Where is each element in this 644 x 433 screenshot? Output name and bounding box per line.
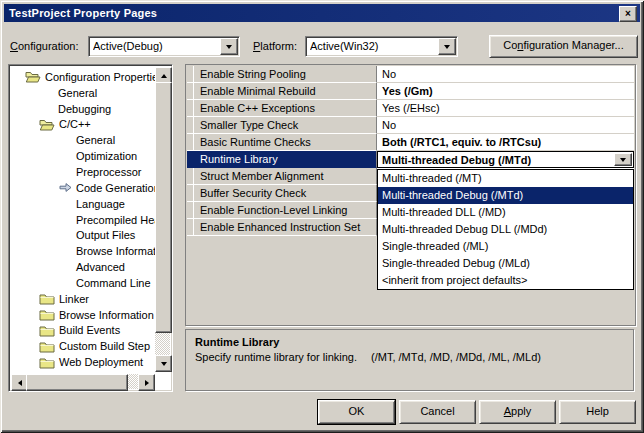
- configuration-label: Configuration:: [10, 40, 79, 52]
- configuration-manager-button[interactable]: Configuration Manager...: [489, 35, 638, 58]
- property-value[interactable]: Both (/RTC1, equiv. to /RTCsu): [377, 134, 634, 151]
- configuration-combobox[interactable]: Active(Debug): [88, 36, 240, 57]
- tree-item-web-deployment[interactable]: Web Deployment: [11, 354, 155, 370]
- tree-item-label: Custom Build Step: [59, 340, 150, 352]
- arrow-right-icon: [145, 380, 149, 386]
- horizontal-scroll-thumb[interactable]: [26, 374, 128, 391]
- close-button[interactable]: ×: [619, 6, 637, 22]
- tree-item-precompiled-headers[interactable]: Precompiled Headers: [11, 212, 155, 228]
- dropdown-arrow-icon: [226, 45, 232, 49]
- vertical-scroll-thumb[interactable]: [155, 82, 172, 333]
- scroll-down-button[interactable]: [155, 355, 172, 372]
- property-row[interactable]: Enable C++ Exceptions Yes (/EHsc): [187, 100, 634, 117]
- tree-item-label: Configuration Properties: [45, 71, 155, 83]
- tree-vertical-scrollbar[interactable]: [155, 67, 170, 372]
- arrow-left-icon: [18, 380, 22, 386]
- tree-item-cpp-general[interactable]: General: [11, 132, 155, 148]
- cancel-button[interactable]: Cancel: [399, 400, 476, 424]
- tree-item-label: Preprocessor: [76, 166, 141, 178]
- dropdown-option-selected[interactable]: Multi-threaded Debug (/MTd): [378, 187, 633, 204]
- closed-folder-icon: [39, 292, 55, 305]
- closed-folder-icon: [39, 340, 55, 353]
- tree-item-label: General: [76, 134, 115, 146]
- property-label[interactable]: Enable C++ Exceptions: [187, 100, 377, 117]
- dropdown-option[interactable]: Multi-threaded Debug DLL (/MDd): [378, 221, 633, 238]
- property-value[interactable]: Yes (/Gm): [377, 83, 634, 100]
- runtime-library-combobox[interactable]: Multi-threaded Debug (/MTd): [377, 151, 634, 168]
- property-label[interactable]: Enable Enhanced Instruction Set: [187, 219, 377, 236]
- tree-item-label: Language: [76, 198, 125, 210]
- tree-item-output-files[interactable]: Output Files: [11, 227, 155, 243]
- property-label[interactable]: Basic Runtime Checks: [187, 134, 377, 151]
- property-label[interactable]: Enable String Pooling: [187, 66, 377, 83]
- property-value[interactable]: No: [377, 66, 634, 83]
- property-value[interactable]: No: [377, 117, 634, 134]
- tree-item-code-generation[interactable]: Code Generation: [11, 180, 155, 196]
- property-row-runtime-library[interactable]: Runtime Library Multi-threaded Debug (/M…: [187, 151, 634, 168]
- tree-item-general[interactable]: General: [11, 85, 155, 101]
- platform-combobox[interactable]: Active(Win32): [305, 36, 458, 57]
- property-label[interactable]: Buffer Security Check: [187, 185, 377, 202]
- dropdown-option[interactable]: Single-threaded Debug (/MLd): [378, 255, 633, 272]
- runtime-library-value: Multi-threaded Debug (/MTd): [382, 154, 531, 166]
- description-panel: Runtime Library Specify runtime library …: [185, 329, 634, 391]
- tree-item-label: Code Generation: [76, 182, 155, 194]
- open-folder-icon: [39, 118, 55, 131]
- property-row[interactable]: Smaller Type Check No: [187, 117, 634, 134]
- property-value[interactable]: Yes (/EHsc): [377, 100, 634, 117]
- description-flags: (/MT, /MTd, /MD, /MDd, /ML, /MLd): [371, 351, 541, 363]
- tree-item-debugging[interactable]: Debugging: [11, 101, 155, 117]
- property-row[interactable]: Enable Minimal Rebuild Yes (/Gm): [187, 83, 634, 100]
- tree-item-language[interactable]: Language: [11, 196, 155, 212]
- selected-page-arrow-icon: [59, 182, 72, 193]
- tree-item-label: Optimization: [76, 150, 137, 162]
- platform-label: Platform:: [253, 40, 297, 52]
- property-label[interactable]: Enable Function-Level Linking: [187, 202, 377, 219]
- tree-item-optimization[interactable]: Optimization: [11, 148, 155, 164]
- apply-button[interactable]: Apply: [479, 400, 556, 424]
- dropdown-option[interactable]: <inherit from project defaults>: [378, 272, 633, 289]
- tree-item-label: Build Events: [59, 324, 120, 336]
- tree-item-label: Precompiled Headers: [76, 214, 155, 226]
- tree-item-browse-information-folder[interactable]: Browse Information: [11, 307, 155, 323]
- property-label[interactable]: Enable Minimal Rebuild: [187, 83, 377, 100]
- tree-item-preprocessor[interactable]: Preprocessor: [11, 164, 155, 180]
- property-row[interactable]: Basic Runtime Checks Both (/RTC1, equiv.…: [187, 134, 634, 151]
- tree-item-label: Linker: [59, 293, 89, 305]
- tree-item-advanced[interactable]: Advanced: [11, 259, 155, 275]
- runtime-library-dropdown-button[interactable]: [614, 153, 632, 166]
- tree-item-custom-build-step[interactable]: Custom Build Step: [11, 338, 155, 354]
- configuration-dropdown-button[interactable]: [220, 38, 238, 55]
- tree-content: Configuration Properties General Debuggi…: [11, 67, 155, 374]
- tree-item-label: Output Files: [76, 229, 135, 241]
- scroll-right-button[interactable]: [138, 374, 155, 391]
- dropdown-option[interactable]: Multi-threaded DLL (/MD): [378, 204, 633, 221]
- dropdown-option[interactable]: Multi-threaded (/MT): [378, 170, 633, 187]
- arrow-down-icon: [161, 362, 167, 366]
- tree-item-browse-information[interactable]: Browse Information: [11, 243, 155, 259]
- description-text: Specify runtime library for linking.: [195, 351, 357, 363]
- platform-dropdown-button[interactable]: [438, 38, 456, 55]
- tree-item-c-cpp[interactable]: C/C++: [11, 117, 155, 133]
- property-row[interactable]: Enable String Pooling No: [187, 66, 634, 83]
- property-label[interactable]: Struct Member Alignment: [187, 168, 377, 185]
- tree-horizontal-scrollbar[interactable]: [11, 374, 155, 389]
- tree-item-configuration-properties[interactable]: Configuration Properties: [11, 69, 155, 85]
- tree-item-label: Command Line: [76, 277, 151, 289]
- closed-folder-icon: [39, 308, 55, 321]
- window-title: TestProject Property Pages: [4, 7, 157, 19]
- tree-item-command-line[interactable]: Command Line: [11, 275, 155, 291]
- tree-item-label: C/C++: [59, 118, 91, 130]
- tree-item-linker[interactable]: Linker: [11, 291, 155, 307]
- tree-item-label: Browse Information: [76, 245, 155, 257]
- arrow-up-icon: [161, 74, 167, 78]
- property-label[interactable]: Runtime Library: [187, 151, 377, 168]
- help-button[interactable]: Help: [559, 400, 636, 424]
- tree-item-build-events[interactable]: Build Events: [11, 323, 155, 339]
- ok-button[interactable]: OK: [318, 400, 395, 424]
- description-title: Runtime Library: [195, 336, 624, 348]
- open-folder-icon: [25, 70, 41, 83]
- configuration-value: Active(Debug): [93, 39, 219, 53]
- dropdown-option[interactable]: Single-threaded (/ML): [378, 238, 633, 255]
- property-label[interactable]: Smaller Type Check: [187, 117, 377, 134]
